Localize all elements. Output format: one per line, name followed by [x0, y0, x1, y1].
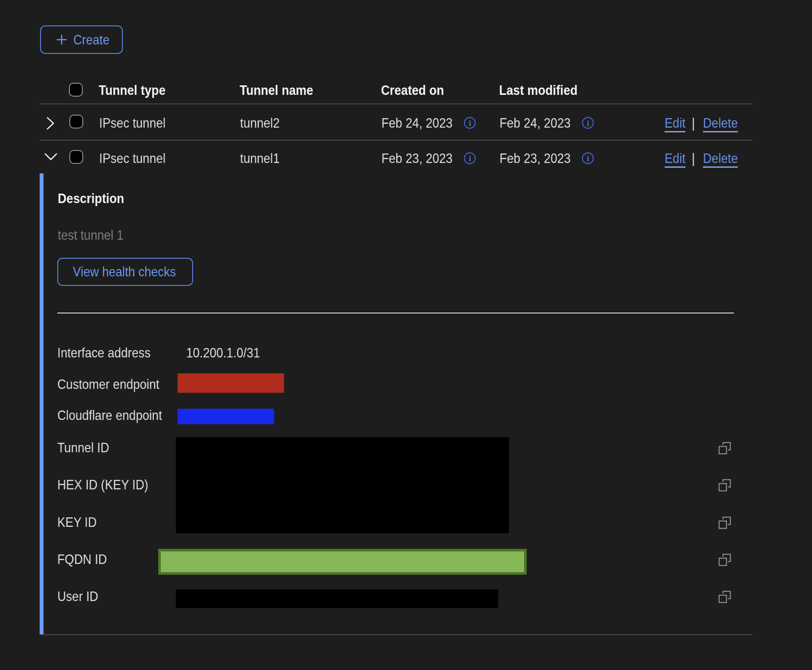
svg-text:i: i	[587, 154, 589, 163]
svg-text:i: i	[469, 119, 471, 128]
svg-text:i: i	[469, 154, 471, 163]
svg-text:i: i	[587, 119, 589, 128]
